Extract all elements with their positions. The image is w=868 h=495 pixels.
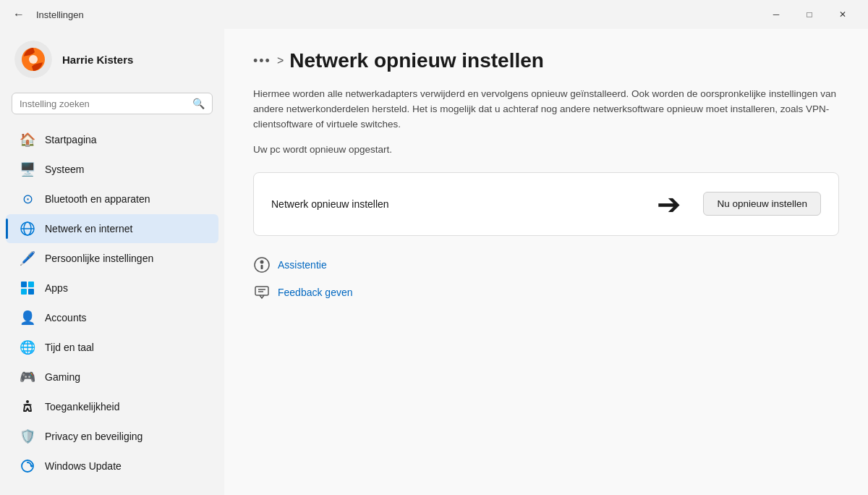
feedback-link[interactable]: Feedback geven	[278, 287, 353, 298]
sidebar-item-tijd[interactable]: 🌐 Tijd en taal	[6, 333, 218, 362]
home-icon: 🏠	[20, 132, 35, 147]
personalization-icon: 🖊️	[20, 251, 35, 266]
svg-point-1	[29, 55, 38, 64]
titlebar: ← Instellingen ─ □ ✕	[0, 0, 868, 29]
feedback-link-item[interactable]: Feedback geven	[253, 284, 839, 301]
sidebar-item-systeem[interactable]: 🖥️ Systeem	[6, 155, 218, 184]
accounts-icon: 👤	[20, 310, 35, 325]
sidebar-item-label: Privacy en beveiliging	[45, 431, 142, 442]
sidebar-item-label: Toegankelijkheid	[45, 401, 120, 412]
windows-update-icon	[20, 459, 35, 473]
sidebar-item-netwerk[interactable]: Netwerk en internet	[6, 214, 218, 243]
content-area: ••• > Netwerk opnieuw instellen Hiermee …	[224, 29, 868, 495]
sidebar-item-label: Apps	[45, 282, 68, 294]
svg-rect-8	[28, 289, 34, 295]
sidebar-item-label: Tijd en taal	[45, 342, 94, 353]
svg-rect-14	[261, 265, 263, 269]
search-box: 🔍	[12, 93, 213, 114]
svg-rect-5	[21, 282, 27, 287]
apps-icon	[20, 281, 35, 295]
search-input[interactable]	[20, 98, 187, 109]
page-description: Hiermee worden alle netwerkadapters verw…	[253, 87, 839, 132]
avatar	[14, 41, 52, 78]
sidebar-item-label: Accounts	[45, 312, 87, 323]
sidebar-item-persoonlijk[interactable]: 🖊️ Persoonlijke instellingen	[6, 244, 218, 273]
window-controls: ─ □ ✕	[760, 3, 859, 26]
sidebar-item-label: Startpagina	[45, 134, 97, 145]
reset-card-label: Netwerk opnieuw instellen	[271, 198, 635, 210]
network-icon	[20, 221, 35, 236]
svg-rect-15	[255, 287, 268, 295]
assistentie-link-item[interactable]: Assistentie	[253, 256, 839, 274]
sidebar-item-label: Systeem	[45, 164, 84, 175]
svg-point-13	[260, 260, 264, 263]
user-profile[interactable]: Harrie Kisters	[0, 29, 224, 90]
sidebar-item-privacy[interactable]: 🛡️ Privacy en beveiliging	[6, 422, 218, 451]
sidebar-item-label: Windows Update	[45, 460, 122, 472]
maximize-button[interactable]: □	[793, 3, 826, 26]
breadcrumb-dots[interactable]: •••	[253, 54, 271, 69]
sidebar-item-gaming[interactable]: 🎮 Gaming	[6, 363, 218, 392]
page-header: ••• > Netwerk opnieuw instellen	[253, 49, 839, 72]
svg-rect-7	[21, 289, 27, 295]
search-icon: 🔍	[192, 98, 205, 109]
link-section: Assistentie Feedback geven	[253, 256, 839, 301]
sidebar-item-label: Gaming	[45, 371, 80, 383]
feedback-icon	[253, 284, 271, 301]
sidebar-item-label: Netwerk en internet	[45, 223, 132, 234]
reset-button[interactable]: Nu opnieuw instellen	[703, 192, 821, 216]
user-name: Harrie Kisters	[62, 54, 133, 66]
svg-rect-6	[28, 282, 34, 287]
sidebar-item-label: Persoonlijke instellingen	[45, 253, 153, 264]
page-title: Netwerk opnieuw instellen	[289, 49, 544, 72]
sidebar-item-accounts[interactable]: 👤 Accounts	[6, 303, 218, 332]
sidebar: Harrie Kisters 🔍 🏠 Startpagina 🖥️ Systee…	[0, 29, 224, 495]
sidebar-item-startpagina[interactable]: 🏠 Startpagina	[6, 125, 218, 154]
sidebar-nav: 🏠 Startpagina 🖥️ Systeem ⊙ Bluetooth en …	[0, 124, 224, 481]
restart-notice: Uw pc wordt opnieuw opgestart.	[253, 144, 839, 155]
close-button[interactable]: ✕	[826, 3, 859, 26]
reset-arrow-icon: ➔	[657, 187, 681, 221]
titlebar-title: Instellingen	[36, 9, 760, 20]
assistentie-link[interactable]: Assistentie	[278, 259, 327, 271]
sidebar-item-label: Bluetooth en apparaten	[45, 193, 150, 205]
accessibility-icon	[20, 399, 35, 414]
sidebar-item-bluetooth[interactable]: ⊙ Bluetooth en apparaten	[6, 185, 218, 213]
sidebar-item-apps[interactable]: Apps	[6, 274, 218, 302]
gaming-icon: 🎮	[20, 370, 35, 384]
sidebar-item-windows-update[interactable]: Windows Update	[6, 452, 218, 481]
bluetooth-icon: ⊙	[20, 192, 35, 206]
svg-point-9	[26, 400, 29, 403]
main-layout: Harrie Kisters 🔍 🏠 Startpagina 🖥️ Systee…	[0, 29, 868, 495]
time-icon: 🌐	[20, 340, 35, 355]
breadcrumb-arrow: >	[277, 54, 284, 67]
back-button[interactable]: ←	[9, 5, 29, 24]
system-icon: 🖥️	[20, 162, 35, 177]
reset-card: Netwerk opnieuw instellen ➔ Nu opnieuw i…	[253, 172, 839, 236]
minimize-button[interactable]: ─	[760, 3, 793, 26]
privacy-icon: 🛡️	[20, 429, 35, 444]
sidebar-item-toegankelijkheid[interactable]: Toegankelijkheid	[6, 392, 218, 421]
assistentie-icon	[253, 256, 271, 274]
